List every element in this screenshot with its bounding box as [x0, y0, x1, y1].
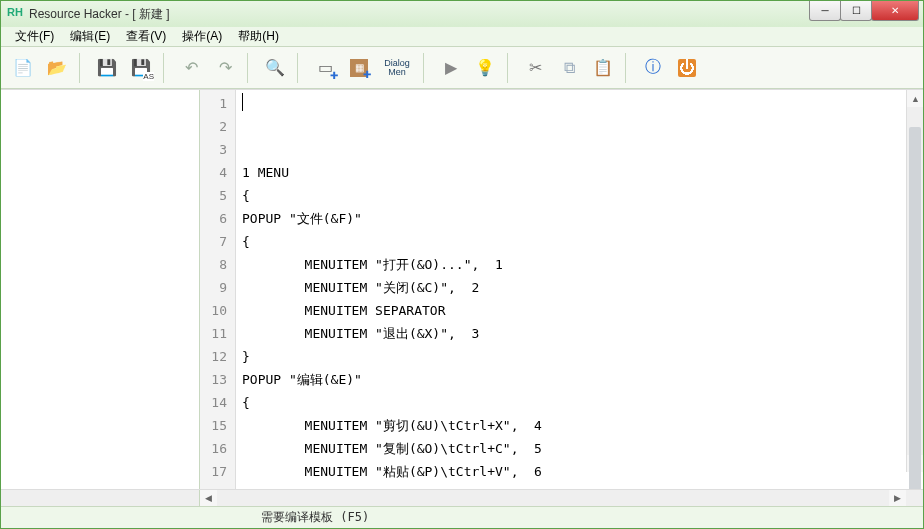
content-area: 1234567891011121314151617 1 MENU{POPUP "…: [1, 89, 923, 489]
code-line[interactable]: {: [242, 230, 917, 253]
minimize-button[interactable]: ─: [809, 1, 841, 21]
separator-icon: [625, 53, 633, 83]
separator-icon: [507, 53, 515, 83]
search-icon: 🔍: [264, 57, 286, 79]
toolbar-copy[interactable]: ⧉: [553, 52, 585, 84]
menu-edit[interactable]: 编辑(E): [62, 26, 118, 47]
line-gutter: 1234567891011121314151617: [200, 90, 236, 489]
separator-icon: [79, 53, 87, 83]
scrollbar-corner: [906, 490, 923, 507]
toolbar-tip[interactable]: 💡: [469, 52, 501, 84]
redo-icon: ↷: [214, 57, 236, 79]
file-icon: 📄: [12, 57, 34, 79]
play-icon: ▶: [440, 57, 462, 79]
toolbar-add-resource[interactable]: ▭✚: [309, 52, 341, 84]
code-line[interactable]: 1 MENU: [242, 161, 917, 184]
toolbar-stop[interactable]: ⏻: [671, 52, 703, 84]
code-line[interactable]: POPUP "文件(&F)": [242, 207, 917, 230]
close-button[interactable]: ✕: [871, 1, 919, 21]
add-doc-icon: ▭✚: [314, 57, 336, 79]
code-line[interactable]: MENUITEM "剪切(&U)\tCtrl+X", 4: [242, 414, 917, 437]
bulb-icon: 💡: [474, 57, 496, 79]
editor: 1234567891011121314151617 1 MENU{POPUP "…: [200, 90, 923, 489]
resource-tree[interactable]: [1, 90, 200, 489]
menu-file[interactable]: 文件(F): [7, 26, 62, 47]
separator-icon: [297, 53, 305, 83]
menu-view[interactable]: 查看(V): [118, 26, 174, 47]
code-line[interactable]: }: [242, 345, 917, 368]
toolbar-paste[interactable]: 📋: [587, 52, 619, 84]
dialog-menu-label: Dialog Men: [384, 59, 410, 77]
code-line[interactable]: }: [242, 483, 917, 489]
window-title: Resource Hacker - [ 新建 ]: [29, 6, 170, 23]
code-line[interactable]: MENUITEM "粘贴(&P)\tCtrl+V", 6: [242, 460, 917, 483]
separator-icon: [163, 53, 171, 83]
window-controls: ─ ☐ ✕: [810, 1, 919, 21]
toolbar-info[interactable]: ⓘ: [637, 52, 669, 84]
toolbar-new[interactable]: 📄: [7, 52, 39, 84]
code-line[interactable]: {: [242, 184, 917, 207]
code-line[interactable]: MENUITEM "退出(&X)", 3: [242, 322, 917, 345]
toolbar-dialog-menu[interactable]: Dialog Men: [377, 52, 417, 84]
maximize-button[interactable]: ☐: [840, 1, 872, 21]
menu-action[interactable]: 操作(A): [174, 26, 230, 47]
code-line[interactable]: MENUITEM "关闭(&C)", 2: [242, 276, 917, 299]
code-line[interactable]: MENUITEM "复制(&O)\tCtrl+C", 5: [242, 437, 917, 460]
code-line[interactable]: {: [242, 391, 917, 414]
code-editor[interactable]: 1 MENU{POPUP "文件(&F)"{ MENUITEM "打开(&O).…: [236, 90, 923, 489]
scroll-right-icon[interactable]: ▶: [889, 490, 906, 507]
code-line[interactable]: MENUITEM SEPARATOR: [242, 299, 917, 322]
text-cursor: [242, 93, 243, 111]
toolbar-undo[interactable]: ↶: [175, 52, 207, 84]
menu-bar: 文件(F) 编辑(E) 查看(V) 操作(A) 帮助(H): [1, 27, 923, 47]
toolbar-find[interactable]: 🔍: [259, 52, 291, 84]
toolbar: 📄 📂 💾 💾AS ↶ ↷ 🔍 ▭✚ ▦✚ Dialog Men ▶ 💡 ✂ ⧉…: [1, 47, 923, 89]
add-bin-icon: ▦✚: [350, 59, 368, 77]
toolbar-open[interactable]: 📂: [41, 52, 73, 84]
scroll-up-icon[interactable]: ▲: [907, 90, 923, 107]
code-line[interactable]: MENUITEM "打开(&O)...", 1: [242, 253, 917, 276]
horizontal-scrollbar-row: ◀ ▶: [1, 489, 923, 506]
scroll-left-icon[interactable]: ◀: [200, 490, 217, 507]
floppy-as-icon: 💾AS: [130, 57, 152, 79]
scroll-thumb[interactable]: [909, 127, 921, 489]
toolbar-cut[interactable]: ✂: [519, 52, 551, 84]
toolbar-play[interactable]: ▶: [435, 52, 467, 84]
app-window: RH Resource Hacker - [ 新建 ] ─ ☐ ✕ 文件(F) …: [0, 0, 924, 529]
toolbar-redo[interactable]: ↷: [209, 52, 241, 84]
scissors-icon: ✂: [524, 57, 546, 79]
power-icon: ⏻: [678, 59, 696, 77]
separator-icon: [423, 53, 431, 83]
folder-open-icon: 📂: [46, 57, 68, 79]
scrollbar-spacer: [1, 490, 200, 506]
status-text: 需要编译模板 (F5): [261, 509, 369, 526]
horizontal-scrollbar[interactable]: [217, 490, 889, 506]
separator-icon: [247, 53, 255, 83]
title-bar[interactable]: RH Resource Hacker - [ 新建 ] ─ ☐ ✕: [1, 1, 923, 27]
toolbar-add-binary[interactable]: ▦✚: [343, 52, 375, 84]
info-icon: ⓘ: [642, 57, 664, 79]
undo-icon: ↶: [180, 57, 202, 79]
menu-help[interactable]: 帮助(H): [230, 26, 287, 47]
clipboard-icon: 📋: [592, 57, 614, 79]
floppy-icon: 💾: [96, 57, 118, 79]
status-bar: 需要编译模板 (F5): [1, 506, 923, 528]
vertical-scrollbar[interactable]: ▲ ▼: [906, 90, 923, 472]
toolbar-save[interactable]: 💾: [91, 52, 123, 84]
toolbar-save-as[interactable]: 💾AS: [125, 52, 157, 84]
copy-icon: ⧉: [558, 57, 580, 79]
app-icon: RH: [7, 6, 23, 22]
code-line[interactable]: POPUP "编辑(&E)": [242, 368, 917, 391]
